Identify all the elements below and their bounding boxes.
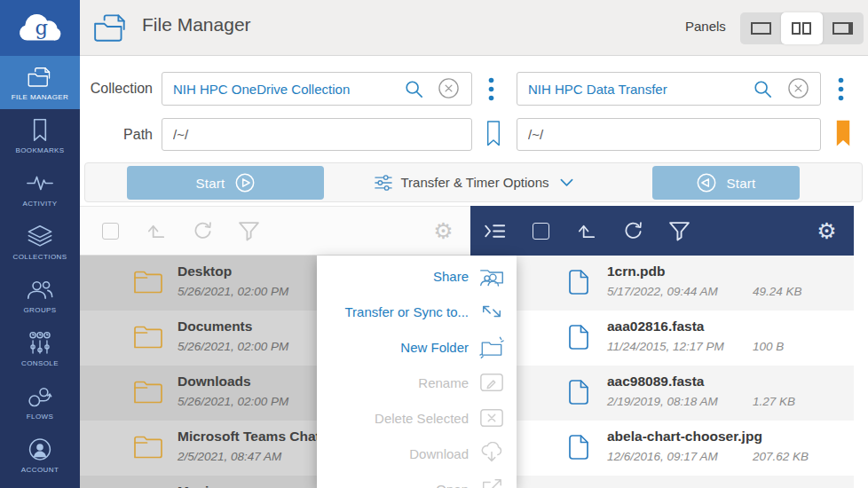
clear-collection-icon[interactable] bbox=[438, 77, 460, 99]
rename-icon bbox=[478, 370, 505, 395]
file-icon bbox=[568, 434, 589, 460]
menu-item-new-folder[interactable]: New Folder bbox=[317, 329, 517, 365]
collection-input-right[interactable] bbox=[517, 72, 821, 106]
open-icon bbox=[478, 476, 505, 488]
context-menu: Share Transfer or Sync to... New Folder … bbox=[317, 256, 517, 488]
path-label: Path bbox=[84, 127, 153, 143]
file-row[interactable] bbox=[470, 476, 854, 488]
bookmark-filled-icon[interactable] bbox=[835, 118, 851, 150]
panel-layout-1-button[interactable] bbox=[740, 12, 781, 44]
sidebar-item-console[interactable]: CONSOLE bbox=[0, 322, 80, 375]
left-panel-toolbar: ⚙ bbox=[80, 206, 470, 256]
folder-icon bbox=[133, 379, 163, 405]
menu-item-rename[interactable]: Rename bbox=[317, 365, 517, 400]
clear-collection-icon[interactable] bbox=[787, 77, 809, 99]
panel-layout-3-button[interactable] bbox=[823, 12, 864, 44]
folder-copy-icon bbox=[27, 64, 53, 89]
three-panel-icon bbox=[832, 22, 853, 35]
settings-gear-icon[interactable]: ⚙ bbox=[431, 219, 455, 243]
folder-icon bbox=[133, 324, 163, 350]
refresh-icon[interactable] bbox=[621, 219, 645, 243]
transfer-timer-options-label: Transfer & Timer Options bbox=[401, 175, 549, 190]
start-transfer-right-button[interactable]: Start bbox=[652, 166, 800, 200]
person-icon bbox=[27, 437, 53, 461]
menu-item-share[interactable]: Share bbox=[317, 258, 517, 294]
sidebar-item-account[interactable]: ACCOUNT bbox=[0, 429, 80, 482]
file-row[interactable]: abela-chart-chooser.jpg 12/6/2016, 09:17… bbox=[470, 421, 854, 476]
header: File Manager Panels bbox=[80, 0, 868, 56]
share-icon bbox=[478, 264, 505, 288]
sidebar-item-activity[interactable]: ACTIVITY bbox=[0, 162, 80, 216]
play-right-icon bbox=[234, 172, 256, 193]
sidebar: g FILE MANAGER BOOKMARKS ACTIVITY COLLEC… bbox=[0, 0, 80, 488]
sidebar-item-bookmarks[interactable]: BOOKMARKS bbox=[0, 109, 80, 162]
path-input-left[interactable] bbox=[162, 118, 472, 151]
folder-icon bbox=[133, 269, 163, 295]
file-row[interactable]: 1crn.pdb 5/17/2022, 09:44 AM 49.24 KB bbox=[470, 256, 854, 311]
two-panel-icon bbox=[802, 22, 811, 35]
collection-menu-left-icon[interactable] bbox=[488, 77, 494, 101]
panel-layout-2-button[interactable] bbox=[781, 12, 822, 44]
delete-icon bbox=[478, 405, 505, 430]
select-all-checkbox-icon[interactable] bbox=[99, 219, 122, 243]
file-icon bbox=[568, 269, 589, 295]
path-input-right[interactable] bbox=[517, 118, 821, 151]
collection-label: Collection bbox=[84, 81, 153, 97]
flows-icon bbox=[27, 383, 53, 408]
two-panel-icon bbox=[792, 22, 801, 35]
select-all-checkbox-icon[interactable] bbox=[529, 219, 553, 243]
people-icon bbox=[27, 277, 53, 302]
menu-item-open[interactable]: Open bbox=[317, 471, 517, 488]
console-icon bbox=[27, 330, 53, 355]
panels-label: Panels bbox=[685, 19, 726, 34]
sidebar-item-groups[interactable]: GROUPS bbox=[0, 269, 80, 322]
collection-input-left[interactable] bbox=[162, 72, 472, 106]
menu-item-transfer-or-sync-to[interactable]: Transfer or Sync to... bbox=[317, 294, 517, 329]
filter-icon[interactable] bbox=[667, 219, 691, 243]
transfer-list-toggle-icon[interactable] bbox=[483, 219, 507, 243]
one-panel-icon bbox=[751, 22, 771, 35]
file-row[interactable]: aaa02816.fasta 11/24/2015, 12:17 PM 100 … bbox=[470, 311, 854, 366]
sidebar-item-collections[interactable]: COLLECTIONS bbox=[0, 216, 80, 269]
right-panel-toolbar: ⚙ bbox=[470, 206, 854, 256]
sliders-icon bbox=[375, 174, 392, 192]
page-title: File Manager bbox=[142, 14, 251, 35]
right-file-list: 1crn.pdb 5/17/2022, 09:44 AM 49.24 KB aa… bbox=[470, 256, 854, 488]
file-row[interactable]: aac98089.fasta 2/19/2019, 08:18 AM 1.27 … bbox=[470, 366, 854, 421]
bookmark-outline-icon[interactable] bbox=[485, 118, 501, 150]
ribbon-icon bbox=[27, 117, 53, 142]
globus-logo[interactable]: g bbox=[0, 0, 80, 56]
menu-item-delete-selected[interactable]: Delete Selected bbox=[317, 400, 517, 436]
search-icon[interactable] bbox=[753, 79, 772, 98]
start-right-label: Start bbox=[726, 176, 755, 191]
download-icon bbox=[478, 441, 505, 466]
filter-icon[interactable] bbox=[237, 219, 261, 243]
panel-layout-switcher bbox=[740, 12, 864, 44]
folder-icon bbox=[133, 434, 163, 460]
up-one-folder-icon[interactable] bbox=[575, 219, 599, 243]
globus-cloud-icon: g bbox=[14, 11, 66, 46]
menu-item-download[interactable]: Download bbox=[317, 436, 517, 471]
transfer-timer-options-toggle[interactable]: Transfer & Timer Options bbox=[375, 163, 573, 201]
start-left-label: Start bbox=[195, 176, 225, 191]
settings-gear-icon[interactable]: ⚙ bbox=[815, 219, 839, 243]
file-icon bbox=[568, 379, 589, 405]
refresh-icon[interactable] bbox=[191, 219, 215, 243]
pulse-icon bbox=[27, 170, 53, 195]
file-manager-icon bbox=[92, 11, 130, 44]
search-icon[interactable] bbox=[404, 79, 423, 98]
chevron-down-icon bbox=[560, 178, 573, 187]
sidebar-nav: FILE MANAGER BOOKMARKS ACTIVITY COLLECTI… bbox=[0, 56, 80, 482]
collection-menu-right-icon[interactable] bbox=[838, 77, 844, 101]
transfer-strip: Start Transfer & Timer Options Start bbox=[84, 162, 863, 202]
sidebar-item-file-manager[interactable]: FILE MANAGER bbox=[0, 56, 80, 109]
globus-file-manager-app: g FILE MANAGER BOOKMARKS ACTIVITY COLLEC… bbox=[0, 0, 868, 488]
sidebar-item-flows[interactable]: FLOWS bbox=[0, 375, 80, 429]
up-one-folder-icon[interactable] bbox=[145, 219, 169, 243]
layers-icon bbox=[27, 224, 53, 248]
new-folder-icon bbox=[478, 335, 505, 359]
play-left-icon bbox=[696, 172, 717, 193]
transfer-icon bbox=[478, 299, 505, 324]
file-icon bbox=[568, 324, 589, 350]
start-transfer-left-button[interactable]: Start bbox=[127, 166, 324, 200]
